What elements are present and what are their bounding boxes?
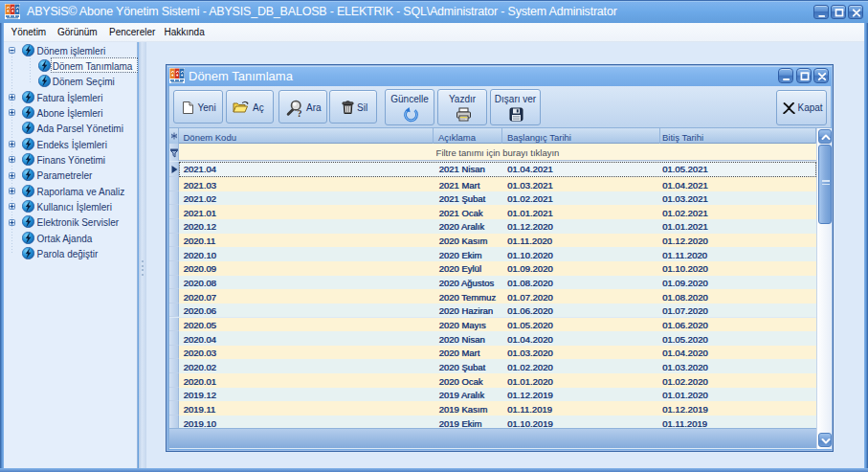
svg-text:?: ? bbox=[298, 107, 302, 117]
